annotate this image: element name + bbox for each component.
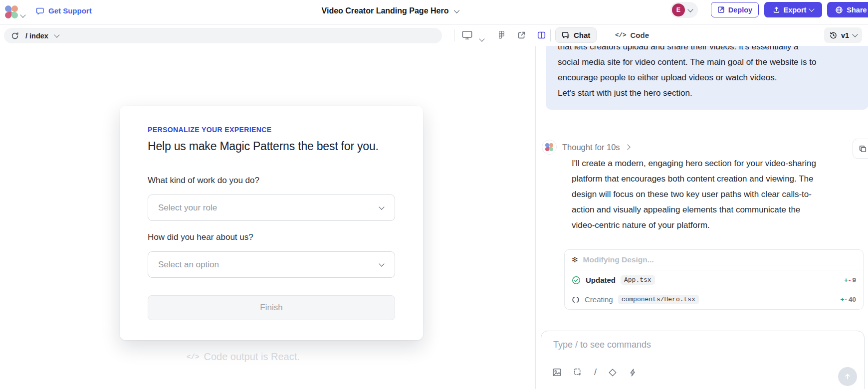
route-path: / index <box>25 32 48 40</box>
preview-pane: PERSONALIZE YOUR EXPERIENCE Help us make… <box>0 46 535 389</box>
logo-shape <box>5 12 11 18</box>
check-circle-icon <box>572 276 581 285</box>
diff-stats: + - 9 <box>844 276 856 284</box>
device-menu-button[interactable] <box>480 34 484 43</box>
diff-count: 9 <box>852 276 856 284</box>
component-diamond-icon[interactable] <box>608 368 617 377</box>
thought-label: Thought for 10s <box>562 143 620 152</box>
chevron-down-icon <box>54 32 59 37</box>
finish-label: Finish <box>260 303 282 313</box>
preview-toolbar: / index <box>0 25 868 46</box>
logo-shape <box>5 5 11 12</box>
role-select[interactable]: Select your role <box>148 194 395 221</box>
logo-shape <box>549 143 553 147</box>
deploy-button[interactable]: Deploy <box>711 2 759 17</box>
tab-chat[interactable]: Chat <box>555 27 597 43</box>
share-label: Share <box>847 6 867 14</box>
assistant-avatar <box>542 140 557 155</box>
personalize-modal: PERSONALIZE YOUR EXPERIENCE Help us make… <box>120 106 423 340</box>
quick-actions-bolt-icon[interactable] <box>629 368 638 377</box>
account-menu[interactable]: E <box>670 2 698 18</box>
magic-patterns-logo-icon[interactable] <box>5 5 18 18</box>
logo-shape <box>11 5 18 12</box>
page-title: Video Creator Landing Page Hero <box>322 6 449 15</box>
version-history-button[interactable]: v1 <box>824 27 862 43</box>
copy-message-button[interactable] <box>853 139 868 159</box>
upload-icon <box>773 6 780 13</box>
select-element-icon[interactable] <box>573 368 583 377</box>
diff-stats: + - 40 <box>841 296 856 303</box>
divider <box>550 29 551 41</box>
diff-minus: - <box>845 296 847 303</box>
file-row[interactable]: Creating components/Hero.tsx + - 40 <box>565 290 863 309</box>
chat-composer: / <box>541 331 865 389</box>
file-name-chip: App.tsx <box>621 275 655 285</box>
chevron-down-icon <box>454 7 459 13</box>
arrow-up-icon <box>844 373 852 381</box>
chevron-down-icon <box>479 36 484 41</box>
code-icon: </> <box>615 32 627 39</box>
version-label: v1 <box>841 31 849 39</box>
chevron-down-icon <box>852 31 858 37</box>
logo-shape <box>545 147 549 151</box>
chevron-down-icon <box>379 204 384 209</box>
figma-icon[interactable] <box>498 30 505 39</box>
get-support-label: Get Support <box>48 6 92 15</box>
role-question-label: What kind of work do you do? <box>148 176 259 186</box>
sparkle-icon: ✻ <box>572 255 578 264</box>
diff-minus: - <box>849 276 851 284</box>
referral-select[interactable]: Select an option <box>148 251 395 278</box>
support-chat-bubble-icon <box>36 7 44 15</box>
referral-select-placeholder: Select an option <box>158 260 219 270</box>
chevron-down-icon <box>687 6 693 12</box>
history-icon <box>829 31 837 39</box>
user-message: that lets creators upload and share thei… <box>546 46 868 110</box>
code-tab-label: Code <box>631 31 650 39</box>
spinner-icon <box>572 296 580 304</box>
chevron-right-icon <box>625 144 630 150</box>
logo-shape <box>11 12 18 18</box>
reload-icon[interactable] <box>11 32 19 40</box>
code-icon: </> <box>187 353 199 361</box>
export-label: Export <box>784 6 807 14</box>
split-view-icon[interactable] <box>537 31 546 39</box>
magic-patterns-logo-icon <box>545 143 553 151</box>
share-button[interactable]: Share <box>827 2 868 17</box>
chat-panel: that lets creators upload and share thei… <box>535 46 868 389</box>
modal-eyebrow: PERSONALIZE YOUR EXPERIENCE <box>148 126 272 134</box>
file-action: Updated <box>586 276 616 284</box>
slash-command-icon[interactable]: / <box>594 367 597 378</box>
referral-question-label: How did you hear about us? <box>148 232 253 242</box>
chat-tab-label: Chat <box>574 31 590 39</box>
device-preview-monitor-icon[interactable] <box>462 30 472 40</box>
file-row[interactable]: Updated App.tsx + - 9 <box>565 270 863 290</box>
open-in-new-tab-icon[interactable] <box>517 31 526 39</box>
status-card-header: ✻ Modifying Design... <box>565 250 863 270</box>
chat-bubble-icon <box>562 31 570 39</box>
diff-plus: + <box>841 296 845 303</box>
chat-input[interactable] <box>552 339 824 351</box>
diff-plus: + <box>844 276 848 284</box>
avatar: E <box>672 3 685 16</box>
file-action: Creating <box>585 295 613 304</box>
send-button[interactable] <box>838 367 857 386</box>
thought-toggle[interactable]: Thought for 10s <box>542 140 630 155</box>
magic-patterns-app: Get Support Video Creator Landing Page H… <box>0 0 868 389</box>
code-output-label: Code output is React. <box>204 351 299 363</box>
export-button[interactable]: Export <box>764 2 822 17</box>
user-message-text: that lets creators upload and share thei… <box>558 46 817 101</box>
workspace-menu-button[interactable] <box>21 10 25 19</box>
top-bar: Get Support Video Creator Landing Page H… <box>0 0 868 25</box>
get-support-link[interactable]: Get Support <box>36 6 92 15</box>
composer-toolbar: / <box>552 367 638 378</box>
project-title-menu[interactable]: Video Creator Landing Page Hero <box>322 6 459 15</box>
attach-image-icon[interactable] <box>552 368 562 377</box>
finish-button[interactable]: Finish <box>148 295 395 320</box>
copy-icon <box>859 145 867 153</box>
tab-code[interactable]: </> Code <box>615 27 649 43</box>
deploy-label: Deploy <box>728 6 752 14</box>
route-bar[interactable]: / index <box>4 28 442 43</box>
assistant-message: I'll create a modern, engaging hero sect… <box>572 156 822 233</box>
logo-shape <box>549 147 553 151</box>
divider <box>454 29 454 41</box>
